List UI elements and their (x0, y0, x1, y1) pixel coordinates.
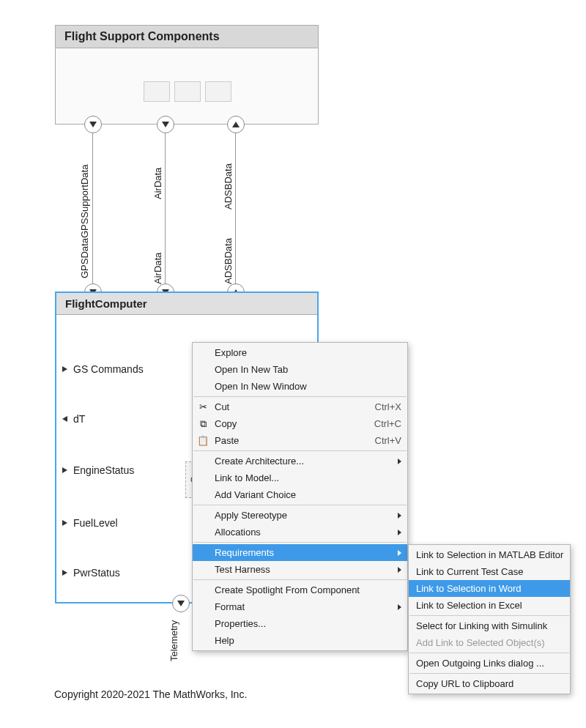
port-circle[interactable] (172, 595, 190, 612)
input-port[interactable]: FuelLevel (62, 517, 118, 529)
scissors-icon: ✂ (197, 401, 209, 413)
menu-separator (409, 615, 569, 616)
signal-label: Telemetry (168, 620, 179, 661)
submenu-item-matlab[interactable]: Link to Selection in MATLAB Editor (409, 546, 570, 563)
signal-label: AirData (152, 168, 163, 199)
mini-component (205, 81, 231, 102)
menu-item-help[interactable]: Help (193, 632, 407, 649)
menu-item-open-window[interactable]: Open In New Window (193, 378, 407, 395)
port-label: PwrStatus (73, 567, 120, 579)
submenu-item-simulink[interactable]: Select for Linking with Simulink (409, 617, 570, 634)
submenu-arrow-icon (398, 604, 401, 610)
menu-item-link-model[interactable]: Link to Model... (193, 469, 407, 486)
copy-icon: ⧉ (197, 418, 209, 430)
port-circle[interactable] (227, 116, 245, 133)
triangle-right-icon (62, 467, 67, 473)
menu-item-cut[interactable]: ✂ CutCtrl+X (193, 398, 407, 415)
flight-support-block[interactable]: Flight Support Components (55, 25, 319, 125)
port-label: EngineStatus (73, 464, 134, 476)
submenu-arrow-icon (398, 550, 401, 556)
menu-item-properties[interactable]: Properties... (193, 615, 407, 632)
port-label: dT (73, 413, 85, 425)
port-label: FuelLevel (73, 517, 118, 529)
submenu-item-addlink: Add Link to Selected Object(s) (409, 634, 570, 651)
submenu-item-copyurl[interactable]: Copy URL to Clipboard (409, 675, 570, 692)
block-title: FlightComputer (56, 293, 317, 315)
menu-separator (193, 396, 407, 397)
triangle-down-icon (162, 122, 169, 127)
menu-item-create-architecture[interactable]: Create Architecture... (193, 453, 407, 469)
menu-item-test-harness[interactable]: Test Harness (193, 561, 407, 578)
block-title: Flight Support Components (56, 26, 318, 48)
copyright-text: Copyright 2020-2021 The MathWorks, Inc. (54, 688, 247, 700)
input-port[interactable]: GS Commands (62, 363, 144, 375)
inner-components (144, 81, 231, 102)
input-port[interactable]: PwrStatus (62, 567, 120, 579)
signal-line (92, 133, 93, 284)
menu-separator (409, 653, 569, 653)
menu-item-spotlight[interactable]: Create Spotlight From Component (193, 582, 407, 598)
menu-separator (193, 505, 407, 505)
menu-item-add-variant[interactable]: Add Variant Choice (193, 486, 407, 503)
submenu-arrow-icon (398, 530, 401, 535)
triangle-left-icon (62, 416, 67, 422)
signal-label: AirData (152, 253, 163, 284)
requirements-submenu: Link to Selection in MATLAB Editor Link … (408, 544, 571, 694)
context-menu: Explore Open In New Tab Open In New Wind… (192, 342, 408, 651)
submenu-arrow-icon (398, 513, 401, 519)
signal-label: GPSDataGPSSupportData (79, 165, 90, 278)
triangle-down-icon (89, 122, 97, 127)
menu-item-allocations[interactable]: Allocations (193, 524, 407, 541)
menu-item-explore[interactable]: Explore (193, 344, 407, 361)
input-port[interactable]: EngineStatus (62, 464, 134, 476)
menu-item-apply-stereotype[interactable]: Apply Stereotype (193, 507, 407, 524)
menu-item-copy[interactable]: ⧉ CopyCtrl+C (193, 415, 407, 432)
signal-label: ADSBData (223, 238, 234, 284)
signal-label: ADSBData (223, 163, 234, 209)
paste-icon: 📋 (197, 435, 209, 447)
submenu-arrow-icon (398, 567, 401, 573)
mini-component (174, 81, 201, 102)
submenu-item-excel[interactable]: Link to Selection in Excel (409, 597, 570, 614)
menu-item-requirements[interactable]: Requirements (193, 544, 407, 561)
triangle-up-icon (232, 122, 240, 127)
triangle-right-icon (62, 520, 67, 526)
submenu-item-word[interactable]: Link to Selection in Word (409, 580, 570, 597)
port-circle[interactable] (157, 116, 174, 133)
signal-line (165, 133, 166, 284)
menu-item-paste[interactable]: 📋 PasteCtrl+V (193, 432, 407, 449)
menu-item-open-tab[interactable]: Open In New Tab (193, 361, 407, 378)
output-port[interactable]: dT (62, 413, 85, 425)
port-circle[interactable] (84, 116, 102, 133)
triangle-right-icon (62, 570, 67, 576)
triangle-down-icon (177, 601, 185, 606)
menu-item-format[interactable]: Format (193, 598, 407, 615)
submenu-arrow-icon (398, 458, 401, 464)
menu-separator (409, 673, 569, 674)
triangle-right-icon (62, 366, 67, 372)
menu-separator (193, 579, 407, 580)
port-label: GS Commands (73, 363, 144, 375)
submenu-item-outgoing[interactable]: Open Outgoing Links dialog ... (409, 655, 570, 672)
menu-separator (193, 542, 407, 543)
submenu-item-testcase[interactable]: Link to Current Test Case (409, 563, 570, 580)
signal-line (235, 133, 236, 284)
mini-component (144, 81, 170, 102)
menu-separator (193, 450, 407, 451)
